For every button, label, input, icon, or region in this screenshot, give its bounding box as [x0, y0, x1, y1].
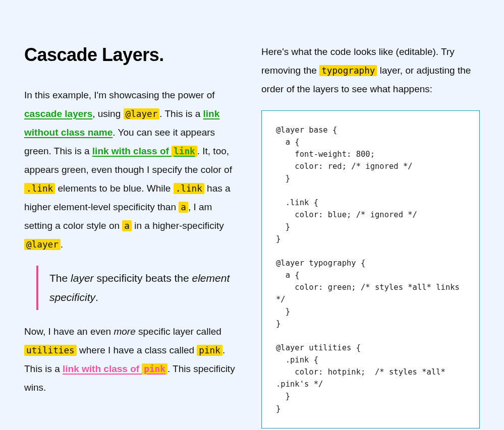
code-pink: pink	[197, 345, 222, 356]
left-column: Cascade Layers. In this example, I'm sho…	[24, 24, 241, 428]
body-text: In this example, I'm showcasing the powe…	[24, 86, 241, 397]
code-at-layer-2: @layer	[24, 239, 61, 250]
link-text: link with class of	[92, 146, 172, 156]
text: , using	[92, 108, 123, 119]
text: .	[61, 239, 63, 250]
code-utilities: utilities	[24, 345, 77, 356]
css-code-editor[interactable]: @layer base { a { font-weight: 800; colo…	[261, 110, 480, 428]
link-text: link with class of	[63, 363, 142, 374]
text: . This is a	[159, 108, 203, 119]
right-intro: Here's what the code looks like (editabl…	[261, 42, 480, 98]
blockquote: The layer specificity beats the element …	[36, 266, 241, 310]
code-at-layer: @layer	[124, 108, 160, 119]
code-link-in-link: link	[172, 146, 197, 157]
text: specific layer called	[136, 326, 221, 337]
page-title: Cascade Layers.	[24, 44, 241, 66]
link-cascade-layers[interactable]: cascade layers	[24, 108, 92, 119]
text: in a higher-specificity	[132, 220, 224, 231]
code-typography: typography	[319, 65, 377, 76]
code-dot-link-2: .link	[174, 183, 204, 194]
code-pink-in-link: pink	[142, 363, 167, 375]
code-a-2: a	[122, 220, 132, 231]
code-a-1: a	[179, 202, 188, 213]
text: Now, I have an even	[24, 326, 114, 337]
paragraph-1: In this example, I'm showcasing the powe…	[24, 86, 241, 254]
link-with-class-pink[interactable]: link with class of pink	[63, 363, 167, 374]
text: In this example, I'm showcasing the powe…	[24, 90, 214, 100]
code-dot-link-1: .link	[24, 183, 55, 194]
right-column: Here's what the code looks like (editabl…	[261, 24, 480, 428]
text: The	[49, 272, 71, 284]
text: where I have a class called	[77, 345, 197, 355]
paragraph-2: Now, I have an even more specific layer …	[24, 322, 241, 397]
link-with-class-link[interactable]: link with class of link	[92, 146, 197, 156]
emphasis-layer: layer	[71, 272, 94, 284]
text: specificity beats the	[94, 272, 192, 284]
text: elements to be blue. While	[55, 183, 173, 194]
text: .	[95, 291, 98, 303]
page-root: Cascade Layers. In this example, I'm sho…	[0, 0, 504, 430]
emphasis-more: more	[114, 326, 135, 337]
